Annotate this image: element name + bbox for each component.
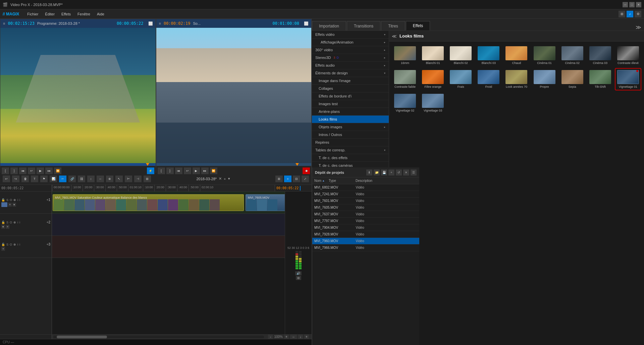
effect-item-3[interactable]: Blanchi 03: [476, 45, 501, 66]
tl-trim[interactable]: ⊢: [125, 176, 132, 182]
category-t-effets[interactable]: T. de c. des effets: [312, 154, 389, 162]
tl-marker[interactable]: ⚑: [40, 176, 48, 182]
left-mark-out[interactable]: ]: [10, 167, 18, 174]
effect-item-8[interactable]: Contraste élevé: [615, 45, 641, 66]
view-split[interactable]: ⊟: [293, 176, 300, 182]
category-effets-bordure[interactable]: Effets de bordure d'i: [312, 92, 389, 100]
right-goto-end[interactable]: ⏩: [210, 167, 217, 174]
left-goto-end[interactable]: ⏩: [54, 167, 61, 174]
menu-item-window[interactable]: Fenêtre: [75, 11, 93, 17]
effect-item-6[interactable]: Cinéma 02: [560, 45, 585, 66]
depot-col-nom[interactable]: Nom ▲: [312, 178, 327, 183]
tl-link[interactable]: 🔗: [68, 176, 76, 182]
tl-text[interactable]: T: [31, 176, 38, 182]
depot-item-0[interactable]: MVI_6802.MOVVidéo: [312, 184, 419, 191]
depot-expand-btn[interactable]: ☰: [411, 169, 417, 176]
effect-item-10[interactable]: Filtre orange: [420, 69, 445, 90]
effect-item-7[interactable]: Cinéma 03: [588, 45, 613, 66]
track-1-add-btn[interactable]: +: [8, 203, 12, 207]
tl-dropdown[interactable]: ▾: [228, 177, 230, 181]
depot-save-btn[interactable]: 💾: [381, 169, 387, 176]
menu-item-file[interactable]: Fichier: [24, 11, 41, 17]
zoom-fit-btn[interactable]: ↔: [290, 335, 297, 339]
depot-item-4[interactable]: MVI_7637.MOVVidéo: [312, 211, 419, 218]
right-goto-start[interactable]: ⏮: [175, 167, 182, 174]
left-preview-corner-btn[interactable]: ⬜: [148, 21, 153, 26]
effect-item-13[interactable]: Look années 70: [504, 69, 529, 90]
zoom-out-btn[interactable]: -: [268, 335, 273, 339]
depot-item-3[interactable]: MVI_7605.MOVVidéo: [312, 204, 419, 211]
menu-item-effects[interactable]: Effets: [59, 11, 73, 17]
right-mark-out[interactable]: ]: [166, 167, 174, 174]
zoom-minus2-btn[interactable]: ↓: [298, 335, 303, 339]
category-images-test[interactable]: Images test: [312, 100, 389, 108]
effect-item-5[interactable]: Cinéma 01: [532, 45, 557, 66]
left-preview-menu-icon[interactable]: ≡: [3, 21, 5, 25]
track-1-expand-btn[interactable]: ▾: [12, 203, 16, 207]
left-goto-start[interactable]: ⏮: [19, 167, 26, 174]
menu-item-edit[interactable]: Éditer: [42, 11, 57, 17]
effects-expand-btn[interactable]: ≫: [633, 24, 644, 30]
effect-item-12[interactable]: Froid: [476, 69, 501, 90]
toolbar-icon-audio[interactable]: ♪: [627, 11, 633, 17]
effect-item-15[interactable]: Sepia: [560, 69, 585, 90]
effect-item-16[interactable]: Tilt-Shift: [588, 69, 613, 90]
close-button[interactable]: ✕: [636, 2, 641, 7]
effect-item-1[interactable]: Blanchi 01: [420, 45, 445, 66]
right-preview-corner-btn[interactable]: ⬜: [304, 21, 309, 26]
depot-item-2[interactable]: MVI_7601.MOVVidéo: [312, 198, 419, 204]
depot-sync-btn[interactable]: +: [388, 169, 394, 176]
category-t-cameras[interactable]: T. de c. des caméras: [312, 162, 389, 167]
tl-unlink[interactable]: ⛓: [78, 176, 85, 182]
depot-item-8[interactable]: MVI_7960.MOVVidéo: [312, 238, 419, 245]
right-step-fwd[interactable]: ⏭: [201, 167, 209, 174]
toolbar-icon-subtitles[interactable]: ⊞: [619, 11, 625, 17]
timeline-scrollbar[interactable]: - 100% + ↔ ↓ +: [0, 334, 312, 339]
category-arriereaplans[interactable]: Arrière-plans: [312, 108, 389, 116]
view-storyboard[interactable]: ⊞: [275, 176, 283, 182]
left-step-fwd[interactable]: ⏭: [45, 167, 53, 174]
effect-item-19[interactable]: Vignettage 03: [420, 92, 445, 114]
depot-col-desc[interactable]: Description: [354, 178, 419, 183]
depot-item-1[interactable]: MVI_7241.MOVVidéo: [312, 191, 419, 198]
minimize-button[interactable]: ─: [623, 2, 628, 7]
tab-transitions[interactable]: Transitions: [347, 21, 380, 30]
view-expand[interactable]: ⤢: [302, 176, 309, 182]
category-collages[interactable]: Collages: [312, 85, 389, 92]
depot-item-5[interactable]: MVI_7797.MOVVidéo: [312, 218, 419, 224]
right-step-back[interactable]: ↩: [184, 167, 191, 174]
tl-slide[interactable]: ⊞: [144, 176, 151, 182]
tl-undo[interactable]: ↩: [3, 176, 10, 182]
track-3-add-btn[interactable]: +: [1, 247, 5, 251]
tl-close[interactable]: ✕: [219, 177, 222, 181]
category-effets-audio[interactable]: Effets audio ▸: [312, 62, 389, 69]
maximize-button[interactable]: □: [629, 2, 635, 7]
category-intros[interactable]: Intros / Outros: [312, 131, 389, 139]
depot-refresh-btn[interactable]: ↺: [396, 169, 402, 176]
category-affichage[interactable]: Affichage/Animation ▸: [312, 39, 389, 46]
left-lightning-btn[interactable]: ⚡: [147, 167, 154, 174]
category-image-dans-image[interactable]: Image dans l'image: [312, 77, 389, 85]
back-button[interactable]: ≪: [392, 33, 397, 39]
category-looks-films[interactable]: Looks films: [312, 116, 389, 123]
tl-add[interactable]: +: [224, 177, 226, 181]
clip-mvi7605[interactable]: MVI_7605.MOV: [246, 194, 285, 211]
effect-item-17[interactable]: Vignettage 01: [615, 69, 641, 90]
left-play[interactable]: ▶: [37, 167, 44, 174]
effect-item-18[interactable]: Vignettage 02: [392, 92, 418, 114]
category-tables-corresp[interactable]: Tables de corresp. ▾: [312, 146, 389, 154]
category-stereo3d[interactable]: Stereo3D 3 D ▸: [312, 54, 389, 62]
view-timeline[interactable]: ≡: [284, 176, 291, 182]
zoom-in-btn[interactable]: +: [284, 335, 289, 339]
effect-item-11[interactable]: Frais: [448, 69, 473, 90]
depot-new-folder-btn[interactable]: 📁: [374, 169, 380, 176]
tl-select[interactable]: ↖: [115, 176, 123, 182]
tl-split[interactable]: 📊: [50, 176, 57, 182]
tl-slip[interactable]: ⊣: [134, 176, 142, 182]
effect-item-0[interactable]: 16mm: [392, 45, 418, 66]
effect-item-14[interactable]: Propre: [532, 69, 557, 90]
h-scrollbar-thumb[interactable]: [57, 336, 107, 338]
toolbar-icon-settings[interactable]: ⚙: [635, 11, 641, 17]
tl-up[interactable]: ↕: [87, 176, 95, 182]
depot-import-btn[interactable]: ⬇: [366, 169, 372, 176]
